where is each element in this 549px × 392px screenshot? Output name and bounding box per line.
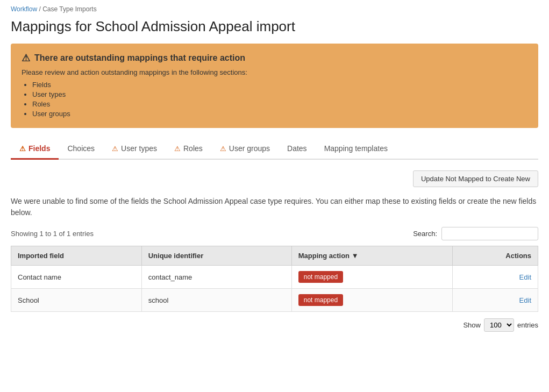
alert-item-fields: Fields	[32, 81, 527, 89]
cell-actions: Edit	[453, 266, 538, 289]
breadcrumb-separator: /	[39, 5, 40, 13]
alert-item-roles: Roles	[32, 100, 527, 108]
col-actions: Actions	[453, 246, 538, 266]
search-box: Search:	[413, 227, 538, 240]
alert-description: Please review and action outstanding map…	[22, 68, 527, 76]
tab-fields-warning-icon: ⚠	[19, 145, 26, 153]
not-mapped-badge: not mapped	[298, 294, 343, 306]
tab-roles-warning-icon: ⚠	[174, 145, 181, 153]
tab-user-groups[interactable]: ⚠ User groups	[211, 139, 279, 160]
cell-imported-field: School	[11, 289, 142, 312]
cell-unique-identifier: school	[141, 289, 291, 312]
not-mapped-badge: not mapped	[298, 271, 343, 283]
alert-title: ⚠ There are outstanding mappings that re…	[22, 52, 527, 64]
tab-user-types[interactable]: ⚠ User types	[103, 139, 166, 160]
alert-box: ⚠ There are outstanding mappings that re…	[11, 44, 538, 128]
entries-per-page-select[interactable]: 10 25 50 100	[484, 318, 514, 332]
tab-choices-label: Choices	[67, 144, 95, 153]
table-row: Contact name contact_name not mapped Edi…	[11, 266, 538, 289]
tab-mapping-templates-label: Mapping templates	[324, 144, 388, 153]
breadcrumb-workflow-link[interactable]: Workflow	[11, 5, 37, 13]
toolbar: Update Not Mapped to Create New	[11, 170, 538, 187]
tab-roles-label: Roles	[183, 144, 203, 153]
entries-label: entries	[517, 321, 538, 329]
tab-dates-label: Dates	[287, 144, 307, 153]
cell-actions: Edit	[453, 289, 538, 312]
tab-choices[interactable]: Choices	[59, 139, 103, 160]
tab-content-fields: Update Not Mapped to Create New We were …	[11, 160, 538, 343]
tab-roles[interactable]: ⚠ Roles	[166, 139, 211, 160]
fields-table: Imported field Unique identifier Mapping…	[11, 246, 538, 312]
tab-dates[interactable]: Dates	[279, 139, 316, 160]
cell-mapping-action: not mapped	[291, 266, 452, 289]
tab-user-types-warning-icon: ⚠	[112, 145, 118, 153]
tab-user-groups-label: User groups	[229, 144, 270, 153]
alert-items-list: Fields User types Roles User groups	[22, 81, 527, 118]
fields-description: We were unable to find some of the field…	[11, 196, 538, 218]
col-unique-identifier: Unique identifier	[141, 246, 291, 266]
col-mapping-action[interactable]: Mapping action ▼	[291, 246, 452, 266]
table-row: School school not mapped Edit	[11, 289, 538, 312]
tab-user-types-label: User types	[121, 144, 157, 153]
table-controls: Showing 1 to 1 of 1 entries Search:	[11, 227, 538, 240]
search-label: Search:	[413, 230, 437, 238]
show-entries: Show 10 25 50 100 entries	[11, 318, 538, 332]
update-not-mapped-button[interactable]: Update Not Mapped to Create New	[413, 170, 538, 187]
col-imported-field: Imported field	[11, 246, 142, 266]
cell-imported-field: Contact name	[11, 266, 142, 289]
search-input[interactable]	[441, 227, 538, 240]
page-title: Mappings for School Admission Appeal imp…	[11, 18, 538, 35]
breadcrumb: Workflow / Case Type Imports	[11, 5, 538, 13]
breadcrumb-current: Case Type Imports	[42, 5, 97, 13]
tab-user-groups-warning-icon: ⚠	[220, 145, 226, 153]
show-label: Show	[463, 321, 481, 329]
alert-item-user-groups: User groups	[32, 110, 527, 118]
alert-item-user-types: User types	[32, 90, 527, 98]
entries-info: Showing 1 to 1 of 1 entries	[11, 230, 94, 238]
edit-link-contact-name[interactable]: Edit	[519, 273, 531, 281]
alert-warning-icon: ⚠	[22, 52, 30, 64]
tab-fields[interactable]: ⚠ Fields	[11, 139, 59, 160]
tab-mapping-templates[interactable]: Mapping templates	[316, 139, 396, 160]
cell-unique-identifier: contact_name	[141, 266, 291, 289]
tab-fields-label: Fields	[28, 144, 50, 153]
sort-icon: ▼	[352, 252, 359, 260]
edit-link-school[interactable]: Edit	[519, 296, 531, 304]
tab-bar: ⚠ Fields Choices ⚠ User types ⚠ Roles ⚠ …	[11, 139, 538, 160]
cell-mapping-action: not mapped	[291, 289, 452, 312]
table-header-row: Imported field Unique identifier Mapping…	[11, 246, 538, 266]
